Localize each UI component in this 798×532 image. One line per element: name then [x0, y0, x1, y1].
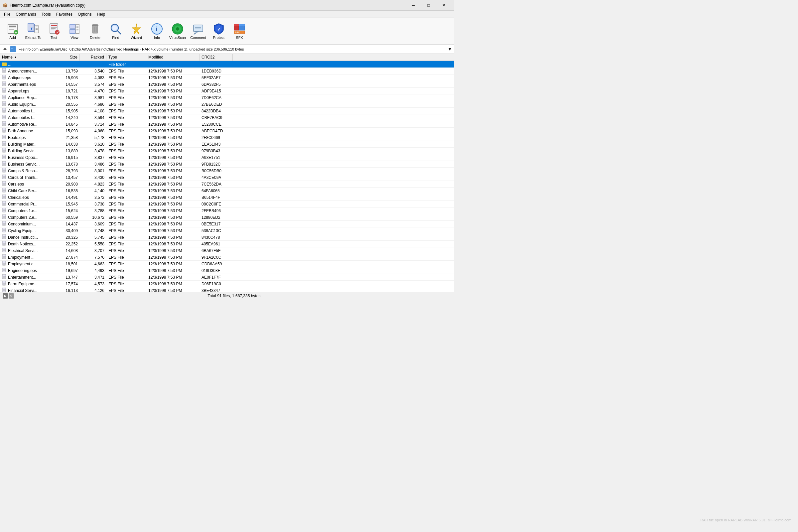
file-crc: D06E19C0: [200, 281, 233, 287]
toolbar-wizard-button[interactable]: Wizard: [126, 20, 146, 43]
file-packed: 10,672: [80, 215, 107, 220]
table-row[interactable]: Cards of Thank... 13,457 3,430 EPS File …: [0, 174, 454, 181]
toolbar-delete-button[interactable]: Delete: [85, 20, 105, 43]
menu-help[interactable]: Help: [94, 11, 108, 17]
table-row[interactable]: Financial Servi... 16,113 4,126 EPS File…: [0, 287, 454, 292]
add-icon: [7, 23, 19, 35]
table-row[interactable]: Camps & Reso... 28,793 8,001 EPS File 12…: [0, 168, 454, 174]
toolbar-test-button[interactable]: ✓ Test: [44, 20, 64, 43]
status-text: Total 91 files, 1,687,335 bytes: [17, 293, 452, 298]
toolbar-sfx-button[interactable]: SFX SFX: [229, 20, 249, 43]
header-packed[interactable]: Packed: [80, 54, 107, 60]
table-row[interactable]: ... File folder: [0, 61, 454, 68]
file-icon: [2, 288, 7, 292]
table-row[interactable]: Death Notices... 22,252 5,558 EPS File 1…: [0, 241, 454, 247]
table-row[interactable]: Automobiles f... 15,905 4,108 EPS File 1…: [0, 108, 454, 114]
close-button[interactable]: ✕: [436, 0, 452, 11]
address-up-button[interactable]: [1, 45, 8, 53]
svg-text:i: i: [156, 25, 157, 32]
toolbar-find-button[interactable]: Find: [106, 20, 126, 43]
table-row[interactable]: Cars.eps 20,908 4,823 EPS File 12/3/1998…: [0, 181, 454, 188]
table-row[interactable]: Boats.eps 21,358 5,178 EPS File 12/3/199…: [0, 134, 454, 141]
table-row[interactable]: Apartments.eps 14,557 3,574 EPS File 12/…: [0, 81, 454, 88]
menu-tools[interactable]: Tools: [39, 11, 54, 17]
file-list[interactable]: Name ▲ Size Packed Type Modified CRC32: [0, 54, 454, 292]
table-row[interactable]: Clerical.eps 14,491 3,572 EPS File 12/3/…: [0, 194, 454, 201]
address-path[interactable]: FileInfo.com Example.rar\Disc_01\Clip Ar…: [17, 47, 445, 51]
table-row[interactable]: Condominium... 14,437 3,609 EPS File 12/…: [0, 221, 454, 227]
file-type: EPS File: [107, 195, 146, 200]
menu-options[interactable]: Options: [75, 11, 94, 17]
table-row[interactable]: Birth Announc... 15,093 4,068 EPS File 1…: [0, 128, 454, 134]
file-crc: [200, 64, 233, 65]
file-type: EPS File: [107, 69, 146, 74]
file-size: 20,908: [53, 182, 80, 187]
table-row[interactable]: Employment ... 27,874 7,576 EPS File 12/…: [0, 254, 454, 261]
toolbar-extract-button[interactable]: Extract To: [23, 20, 43, 43]
table-row[interactable]: Business Oppo... 16,915 3,837 EPS File 1…: [0, 154, 454, 161]
minimize-button[interactable]: ─: [406, 0, 421, 11]
table-row[interactable]: Engineering.eps 19,697 4,493 EPS File 12…: [0, 267, 454, 274]
toolbar-view-button[interactable]: View: [64, 20, 84, 43]
toolbar-virusscan-button[interactable]: VirusScan: [168, 20, 188, 43]
file-icon: [2, 115, 7, 120]
status-bar: ▶ ⚙ Total 91 files, 1,687,335 bytes: [0, 292, 454, 299]
maximize-button[interactable]: □: [421, 0, 436, 11]
file-size: 13,747: [53, 274, 80, 280]
file-modified: 12/3/1998 7:53 PM: [146, 95, 200, 100]
file-packed: 8,001: [80, 168, 107, 174]
toolbar-info-button[interactable]: i Info: [147, 20, 167, 43]
table-row[interactable]: Building Servic... 13,889 3,478 EPS File…: [0, 148, 454, 154]
header-type[interactable]: Type: [107, 54, 146, 60]
table-row[interactable]: Child Care Ser... 16,535 4,140 EPS File …: [0, 188, 454, 194]
svg-rect-61: [2, 62, 4, 63]
table-row[interactable]: Building Mater... 14,638 3,610 EPS File …: [0, 141, 454, 148]
file-crc: EEA51043: [200, 141, 233, 147]
table-row[interactable]: Cycling Equip... 30,409 7,748 EPS File 1…: [0, 227, 454, 234]
file-size: 14,240: [53, 115, 80, 120]
table-row[interactable]: Computers 1.e... 15,624 3,788 EPS File 1…: [0, 208, 454, 214]
table-row[interactable]: Audio Equipm... 20,555 4,686 EPS File 12…: [0, 101, 454, 108]
file-packed: 3,572: [80, 195, 107, 200]
header-crc[interactable]: CRC32: [200, 54, 233, 60]
file-size: 13,759: [53, 69, 80, 74]
table-row[interactable]: Announcemen... 13,759 3,540 EPS File 12/…: [0, 68, 454, 75]
address-dropdown-button[interactable]: ▼: [447, 45, 453, 53]
file-modified: 12/3/1998 7:53 PM: [146, 281, 200, 287]
table-row[interactable]: Electrical Servi... 14,608 3,707 EPS Fil…: [0, 247, 454, 254]
comment-label: Comment: [190, 36, 206, 40]
table-row[interactable]: Commercial Pr... 15,945 3,738 EPS File 1…: [0, 201, 454, 208]
table-row[interactable]: Appliance Rep... 15,178 3,981 EPS File 1…: [0, 94, 454, 101]
header-modified[interactable]: Modified: [146, 54, 200, 60]
header-size[interactable]: Size: [53, 54, 80, 60]
table-row[interactable]: Dance Instructi... 20,325 5,745 EPS File…: [0, 234, 454, 241]
file-packed: 3,471: [80, 274, 107, 280]
menu-favorites[interactable]: Favorites: [54, 11, 75, 17]
table-row[interactable]: Farm Equipme... 17,574 4,573 EPS File 12…: [0, 281, 454, 287]
table-row[interactable]: Entertainment... 13,747 3,471 EPS File 1…: [0, 274, 454, 281]
toolbar-add-button[interactable]: Add: [3, 20, 23, 43]
file-packed: 4,493: [80, 268, 107, 273]
menu-file[interactable]: File: [1, 11, 13, 17]
table-row[interactable]: Business Servic... 13,678 3,486 EPS File…: [0, 161, 454, 168]
table-row[interactable]: Antiques.eps 15,903 4,083 EPS File 12/3/…: [0, 75, 454, 81]
table-row[interactable]: Automobiles f... 14,240 3,594 EPS File 1…: [0, 114, 454, 121]
header-name[interactable]: Name ▲: [0, 54, 53, 60]
file-modified: 12/3/1998 7:53 PM: [146, 182, 200, 187]
file-name: Entertainment...: [0, 274, 53, 280]
table-row[interactable]: Automotive Re... 14,845 3,714 EPS File 1…: [0, 121, 454, 128]
file-icon: [2, 201, 7, 207]
sfx-label: SFX: [236, 36, 243, 40]
table-row[interactable]: Computers 2.e... 60,559 10,672 EPS File …: [0, 214, 454, 221]
file-list-header: Name ▲ Size Packed Type Modified CRC32: [0, 54, 454, 61]
toolbar-comment-button[interactable]: Comment: [188, 20, 208, 43]
toolbar-protect-button[interactable]: ✓ Protect: [209, 20, 229, 43]
table-row[interactable]: Apparel.eps 19,721 4,470 EPS File 12/3/1…: [0, 88, 454, 94]
table-row[interactable]: Employment.e... 18,501 4,663 EPS File 12…: [0, 261, 454, 267]
menu-commands[interactable]: Commands: [13, 11, 39, 17]
file-type: EPS File: [107, 288, 146, 292]
file-modified: 12/3/1998 7:53 PM: [146, 102, 200, 107]
menu-bar: File Commands Tools Favorites Options He…: [0, 11, 454, 18]
file-crc: B6514F4F: [200, 195, 233, 200]
file-size: 13,678: [53, 162, 80, 167]
